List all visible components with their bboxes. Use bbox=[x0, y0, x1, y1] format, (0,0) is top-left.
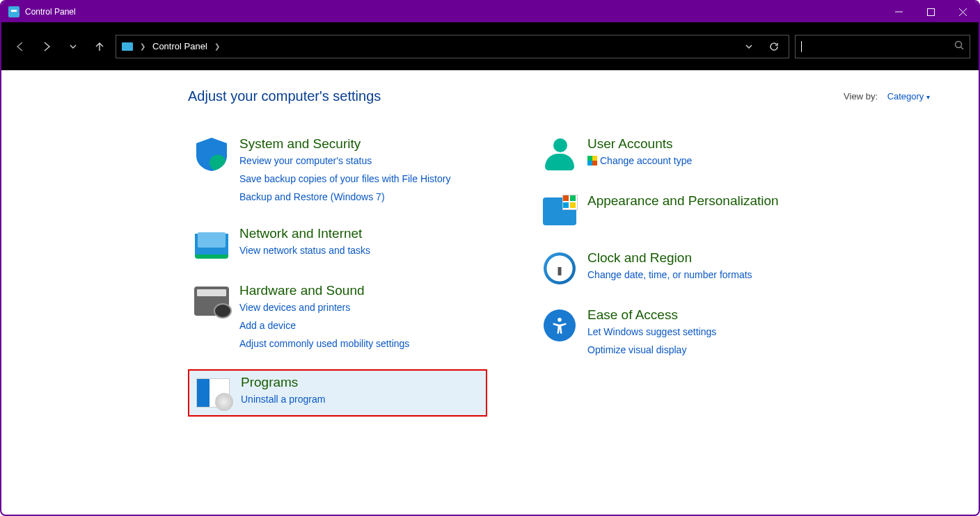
category-sublink[interactable]: Uninstall a program bbox=[241, 392, 325, 408]
page-title: Adjust your computer's settings bbox=[188, 88, 381, 104]
address-dropdown-button[interactable] bbox=[740, 38, 758, 56]
category-appearance: Appearance and Personalization bbox=[536, 189, 835, 234]
category-user-accounts: User Accounts Change account type bbox=[536, 132, 835, 177]
category-sublink[interactable]: Change account type bbox=[587, 153, 692, 170]
category-sublink[interactable]: Save backup copies of your files with Fi… bbox=[239, 171, 450, 188]
search-input[interactable] bbox=[795, 35, 970, 58]
category-title-link[interactable]: Appearance and Personalization bbox=[587, 193, 779, 209]
accessibility-icon bbox=[542, 307, 578, 344]
chevron-right-icon[interactable]: ❯ bbox=[140, 42, 145, 50]
category-title-link[interactable]: Programs bbox=[241, 375, 325, 390]
address-bar[interactable]: ❯ Control Panel ❯ bbox=[116, 35, 789, 58]
category-sublink[interactable]: Optimize visual display bbox=[587, 342, 716, 359]
category-title-link[interactable]: System and Security bbox=[239, 136, 450, 152]
up-button[interactable] bbox=[89, 36, 110, 57]
category-clock-region: Clock and Region Change date, time, or n… bbox=[536, 246, 835, 291]
category-sublink[interactable]: Backup and Restore (Windows 7) bbox=[239, 189, 450, 206]
back-button[interactable] bbox=[10, 36, 31, 57]
control-panel-icon bbox=[122, 42, 133, 51]
minimize-button[interactable] bbox=[883, 1, 915, 22]
security-shield-icon bbox=[193, 136, 230, 172]
view-by-selector[interactable]: View by: Category ▾ bbox=[844, 91, 930, 102]
category-sublink[interactable]: Review your computer's status bbox=[239, 153, 450, 170]
svg-rect-1 bbox=[11, 10, 17, 12]
category-sublink[interactable]: Let Windows suggest settings bbox=[587, 324, 716, 341]
category-column-left: System and Security Review your computer… bbox=[188, 132, 487, 417]
monitor-icon bbox=[542, 193, 578, 229]
svg-point-8 bbox=[558, 318, 562, 322]
network-globe-icon bbox=[193, 226, 230, 262]
category-sublink[interactable]: View devices and printers bbox=[239, 300, 409, 316]
search-icon bbox=[954, 40, 964, 53]
view-by-value[interactable]: Category bbox=[887, 91, 924, 102]
category-network-internet: Network and Internet View network status… bbox=[188, 222, 487, 266]
category-title-link[interactable]: Ease of Access bbox=[587, 307, 716, 323]
category-system-security: System and Security Review your computer… bbox=[188, 132, 487, 209]
control-panel-icon bbox=[8, 6, 19, 17]
category-hardware-sound: Hardware and Sound View devices and prin… bbox=[188, 279, 487, 356]
printer-icon bbox=[193, 283, 230, 319]
breadcrumb-root[interactable]: Control Panel bbox=[152, 41, 207, 51]
programs-icon bbox=[195, 375, 231, 411]
forward-button[interactable] bbox=[36, 36, 57, 57]
category-sublink[interactable]: Change date, time, or number formats bbox=[587, 267, 752, 284]
chevron-down-icon: ▾ bbox=[926, 93, 930, 101]
navbar: ❯ Control Panel ❯ bbox=[1, 22, 979, 70]
chevron-right-icon[interactable]: ❯ bbox=[214, 42, 220, 50]
view-by-label: View by: bbox=[844, 91, 878, 102]
user-icon bbox=[542, 136, 578, 172]
window-title: Control Panel bbox=[25, 7, 76, 17]
svg-rect-3 bbox=[927, 8, 934, 15]
content-area: Adjust your computer's settings View by:… bbox=[1, 70, 979, 417]
svg-line-7 bbox=[961, 47, 964, 49]
clock-icon bbox=[542, 250, 578, 287]
category-title-link[interactable]: User Accounts bbox=[587, 136, 692, 152]
category-title-link[interactable]: Hardware and Sound bbox=[239, 283, 409, 298]
category-sublink[interactable]: Add a device bbox=[239, 318, 409, 334]
category-sublink[interactable]: View network status and tasks bbox=[239, 243, 370, 259]
titlebar: Control Panel bbox=[1, 1, 979, 22]
refresh-button[interactable] bbox=[765, 38, 783, 56]
svg-point-6 bbox=[956, 41, 962, 47]
recent-dropdown-button[interactable] bbox=[63, 36, 84, 57]
category-title-link[interactable]: Clock and Region bbox=[587, 250, 752, 266]
maximize-button[interactable] bbox=[915, 1, 947, 22]
category-ease-of-access: Ease of Access Let Windows suggest setti… bbox=[536, 303, 835, 363]
close-button[interactable] bbox=[947, 1, 979, 22]
category-title-link[interactable]: Network and Internet bbox=[239, 226, 370, 241]
category-programs: Programs Uninstall a program bbox=[188, 369, 487, 417]
text-cursor bbox=[801, 41, 802, 52]
category-column-right: User Accounts Change account type Appear… bbox=[536, 132, 835, 417]
category-sublink[interactable]: Adjust commonly used mobility settings bbox=[239, 336, 409, 353]
